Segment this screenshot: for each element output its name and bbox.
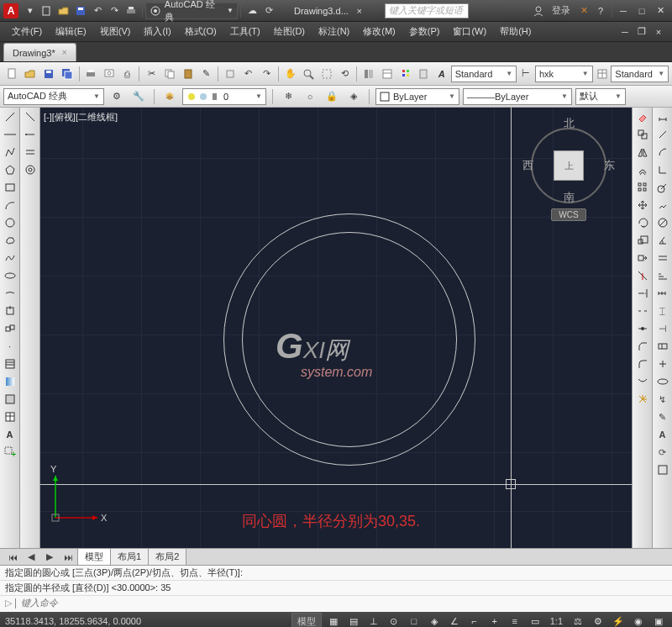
workspace-dropdown[interactable]: AutoCAD 经典 ▼ [145, 3, 238, 19]
tool-palette-icon[interactable] [397, 66, 414, 82]
menu-draw[interactable]: 绘图(D) [267, 23, 312, 40]
dim-jogged-icon[interactable] [655, 198, 670, 213]
dimstyle2-icon[interactable] [655, 462, 670, 477]
ducs-icon[interactable]: ⌐ [467, 614, 482, 627]
menu-tools[interactable]: 工具(T) [223, 23, 267, 40]
revcloud-icon[interactable] [3, 233, 18, 248]
sheet-icon[interactable] [379, 66, 396, 82]
doc-minimize-icon[interactable]: ─ [617, 24, 633, 40]
join-icon[interactable] [635, 321, 650, 336]
layout-first-icon[interactable]: ⏮ [4, 549, 21, 566]
tab-close-icon[interactable]: × [62, 48, 67, 57]
dim-angular-icon[interactable] [655, 233, 670, 248]
ray-icon[interactable] [23, 127, 38, 142]
region-icon[interactable] [3, 392, 18, 407]
menu-dropdown-icon[interactable]: ▾ [23, 3, 38, 18]
blend-icon[interactable] [635, 374, 650, 389]
user-icon[interactable] [531, 3, 546, 18]
publish-icon[interactable]: ⎙ [119, 66, 136, 82]
move-icon[interactable] [635, 198, 650, 213]
line2-icon[interactable] [23, 109, 38, 124]
paste-icon[interactable] [180, 66, 197, 82]
color-dd[interactable]: ByLayer▼ [375, 88, 459, 105]
pan-icon[interactable]: ✋ [282, 66, 299, 82]
layer-freeze-icon[interactable]: ❄ [280, 88, 297, 105]
save-icon[interactable] [40, 66, 57, 82]
dim-diameter-icon[interactable] [655, 215, 670, 230]
ellipse-icon[interactable] [3, 268, 18, 283]
drawing-canvas[interactable]: [-][俯视][二维线框] 同心圆，半径分别为30,35. GXI网 syste… [40, 108, 632, 548]
mirror-icon[interactable] [635, 145, 650, 160]
layer-off-icon[interactable]: ○ [302, 88, 318, 105]
trim-icon[interactable] [635, 268, 650, 283]
snap-icon[interactable]: ▦ [326, 614, 341, 627]
new-icon[interactable] [39, 3, 55, 18]
menu-window[interactable]: 窗口(W) [446, 23, 493, 40]
ws-switch-icon[interactable]: ⚙ [591, 614, 606, 627]
menu-dim[interactable]: 标注(N) [312, 23, 356, 40]
signin-link[interactable]: 登录 [552, 4, 570, 17]
extend-icon[interactable] [635, 286, 650, 301]
undo-icon[interactable]: ↶ [90, 3, 105, 18]
close-icon[interactable]: ✕ [653, 3, 668, 18]
polyline-icon[interactable] [3, 145, 18, 160]
doc-restore-icon[interactable]: ❐ [634, 24, 649, 40]
tablestyle-icon[interactable] [594, 66, 611, 82]
dim-aligned-icon[interactable] [655, 127, 670, 142]
offset-icon[interactable] [635, 162, 650, 177]
tab-layout2[interactable]: 布局2 [148, 548, 186, 566]
mline-icon[interactable] [23, 145, 38, 160]
maximize-icon[interactable]: □ [634, 3, 649, 18]
dimstyle-icon[interactable]: ⊢ [517, 66, 534, 82]
osnap-icon[interactable]: □ [407, 614, 422, 627]
dim-linear-icon[interactable] [655, 109, 670, 124]
match-icon[interactable]: ✎ [197, 66, 214, 82]
coordinates[interactable]: 35118.3413, 18255.9634, 0.0000 [5, 616, 141, 626]
exchange-icon[interactable]: ✕ [576, 3, 591, 18]
inspect-icon[interactable] [655, 374, 670, 389]
plot-icon[interactable] [83, 66, 100, 82]
menu-modify[interactable]: 修改(M) [356, 23, 402, 40]
copy2-icon[interactable] [635, 127, 650, 142]
save-icon[interactable] [73, 3, 88, 18]
xline-icon[interactable] [3, 127, 18, 142]
viewport-label[interactable]: [-][俯视][二维线框] [44, 111, 118, 124]
stretch-icon[interactable] [635, 250, 650, 266]
command-input[interactable] [21, 598, 667, 609]
grid-icon[interactable]: ▤ [346, 614, 361, 627]
dim-continue-icon[interactable] [655, 286, 670, 301]
open-icon[interactable] [56, 3, 71, 18]
hwaccel-icon[interactable]: ⚡ [611, 614, 626, 627]
hatch-icon[interactable] [3, 356, 18, 371]
annoscale-icon[interactable]: ⚖ [570, 614, 585, 627]
cut-icon[interactable]: ✂ [143, 66, 160, 82]
help-icon[interactable]: ? [593, 3, 608, 18]
menu-file[interactable]: 文件(F) [5, 23, 49, 40]
lineweight-dd[interactable]: 默认▼ [575, 88, 626, 105]
block-icon[interactable] [3, 321, 18, 336]
menu-help[interactable]: 帮助(H) [493, 23, 538, 40]
new-icon[interactable] [4, 66, 21, 82]
linetype-dd[interactable]: ——— ByLayer▼ [463, 88, 572, 105]
array-icon[interactable] [635, 180, 650, 195]
minimize-icon[interactable]: ─ [616, 3, 631, 18]
redo-icon[interactable]: ↷ [107, 3, 122, 18]
fillet-icon[interactable] [635, 356, 650, 371]
point-icon[interactable]: · [3, 339, 18, 354]
dimstyle-dropdown[interactable]: hxk▼ [535, 66, 593, 82]
app-logo[interactable]: A [3, 3, 18, 18]
arc-icon[interactable] [3, 198, 18, 213]
ortho-icon[interactable]: ⊥ [366, 614, 381, 627]
tab-model[interactable]: 模型 [77, 548, 111, 566]
layout-last-icon[interactable]: ⏭ [60, 549, 76, 566]
view-cube[interactable]: 北 上 西 东 南 WCS [522, 116, 615, 225]
3dosnap-icon[interactable]: ◈ [427, 614, 442, 627]
gradient-icon[interactable] [3, 374, 18, 389]
zoom-prev-icon[interactable]: ⟲ [337, 66, 354, 82]
tpy-icon[interactable]: ▭ [528, 614, 543, 627]
search-input[interactable]: 键入关键字或短语 [385, 3, 469, 18]
isolate-icon[interactable]: ◉ [631, 614, 646, 627]
donut-icon[interactable] [23, 162, 38, 177]
menu-edit[interactable]: 编辑(E) [49, 23, 93, 40]
gear-icon[interactable]: ⚙ [108, 88, 125, 105]
